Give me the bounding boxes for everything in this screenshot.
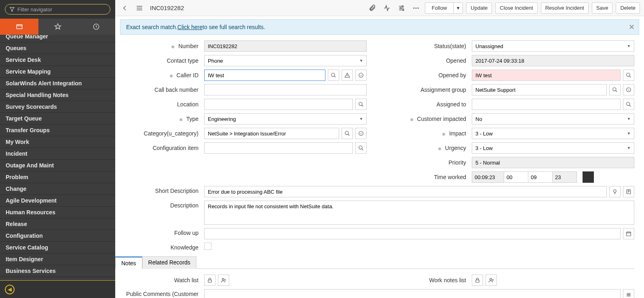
location-input[interactable] bbox=[204, 99, 353, 110]
nav-item-target-queue[interactable]: Target Queue bbox=[0, 113, 115, 125]
assignment-group-lookup[interactable] bbox=[609, 84, 621, 95]
nav-item-service-desk[interactable]: Service Desk bbox=[0, 54, 115, 66]
category-input[interactable] bbox=[204, 128, 339, 139]
info-icon bbox=[626, 87, 631, 93]
assignment-group-input[interactable] bbox=[472, 84, 607, 95]
activity-stream-button[interactable] bbox=[381, 2, 393, 14]
nav-item-service-catalog[interactable]: Service Catalog bbox=[0, 242, 115, 254]
nav-list[interactable]: Queue ManagerQueuesService DeskService M… bbox=[0, 35, 115, 280]
status-select[interactable]: Unassigned bbox=[472, 40, 634, 52]
nav-item-agile-development[interactable]: Agile Development bbox=[0, 195, 115, 207]
sidebar-tab-apps[interactable] bbox=[0, 19, 38, 35]
filter-input[interactable] bbox=[17, 6, 106, 13]
caller-id-input[interactable] bbox=[204, 70, 325, 81]
time-worked-label: Time worked bbox=[383, 174, 472, 180]
location-lookup[interactable] bbox=[355, 99, 367, 110]
category-lookup[interactable] bbox=[342, 128, 353, 139]
nav-item-configuration[interactable]: Configuration bbox=[0, 230, 115, 242]
sidebar-footer: ◀ bbox=[0, 280, 115, 298]
nav-item-transfer-groups[interactable]: Transfer Groups bbox=[0, 125, 115, 136]
info-banner: Exact search match. Click here to see fu… bbox=[120, 19, 639, 35]
nav-item-human-resources[interactable]: Human Resources bbox=[0, 207, 115, 218]
short-desc-suggest[interactable] bbox=[609, 186, 621, 197]
customer-impacted-select[interactable]: No bbox=[472, 113, 634, 125]
update-button[interactable]: Update bbox=[466, 2, 492, 14]
knowledge-checkbox[interactable] bbox=[204, 243, 211, 250]
call-back-input[interactable] bbox=[204, 84, 367, 95]
contact-type-select[interactable]: Phone bbox=[204, 55, 367, 66]
filter-navigator[interactable] bbox=[5, 4, 110, 15]
opened-by-input[interactable] bbox=[472, 70, 621, 81]
caller-id-info[interactable] bbox=[355, 70, 367, 81]
work-notes-add-me[interactable] bbox=[486, 275, 497, 286]
nav-item-outage-and-maint[interactable]: Outage And Maint bbox=[0, 160, 115, 171]
public-comments-expand[interactable] bbox=[623, 289, 634, 298]
banner-close-icon[interactable]: ✕ bbox=[629, 23, 635, 32]
more-button[interactable] bbox=[410, 2, 422, 14]
tab-notes[interactable]: Notes bbox=[115, 256, 142, 269]
follow-dropdown[interactable]: ▾ bbox=[453, 2, 463, 14]
chevron-left-icon bbox=[122, 5, 128, 11]
back-button[interactable] bbox=[119, 2, 131, 14]
sidebar-tab-favorites[interactable] bbox=[38, 19, 77, 35]
time-worked-minutes[interactable] bbox=[528, 171, 553, 183]
short-desc-kb[interactable] bbox=[623, 186, 634, 197]
nav-item-knowledge-base[interactable]: Knowledge Base bbox=[0, 277, 115, 280]
nav-item-item-designer[interactable]: Item Designer bbox=[0, 254, 115, 265]
nav-item-service-mapping[interactable]: Service Mapping bbox=[0, 66, 115, 78]
svg-point-15 bbox=[613, 88, 616, 91]
follow-button[interactable]: Follow bbox=[425, 2, 454, 14]
type-select[interactable]: Engineering bbox=[204, 113, 367, 125]
config-item-input[interactable] bbox=[204, 142, 353, 154]
assigned-to-lookup[interactable] bbox=[623, 99, 634, 110]
sidebar-tab-history[interactable] bbox=[77, 19, 115, 35]
banner-link[interactable]: Click here bbox=[177, 24, 203, 30]
assignment-group-info[interactable] bbox=[623, 84, 634, 95]
nav-item-special-handling-notes[interactable]: Special Handling Notes bbox=[0, 89, 115, 101]
follow-up-calendar[interactable] bbox=[623, 228, 634, 239]
save-button[interactable]: Save bbox=[592, 2, 613, 14]
impact-select[interactable]: 3 - Low bbox=[472, 128, 634, 139]
nav-item-change[interactable]: Change bbox=[0, 183, 115, 195]
nav-item-problem[interactable]: Problem bbox=[0, 171, 115, 183]
category-info[interactable] bbox=[355, 128, 367, 139]
svg-point-7 bbox=[418, 7, 419, 8]
urgency-select[interactable]: 3 - Low bbox=[472, 142, 634, 154]
follow-up-input[interactable] bbox=[204, 228, 621, 239]
nav-item-queues[interactable]: Queues bbox=[0, 42, 115, 54]
opened-by-lookup[interactable] bbox=[623, 70, 634, 81]
assignment-group-label: Assignment group bbox=[383, 87, 472, 93]
tab-related-records[interactable]: Related Records bbox=[142, 256, 196, 269]
config-item-lookup[interactable] bbox=[355, 142, 367, 154]
nav-item-my-work[interactable]: My Work bbox=[0, 136, 115, 148]
nav-item-business-services[interactable]: Business Services bbox=[0, 265, 115, 277]
work-notes-lock[interactable] bbox=[472, 275, 483, 286]
public-comments-input[interactable] bbox=[204, 289, 621, 298]
time-worked-toggle[interactable] bbox=[583, 171, 594, 183]
nav-item-queue-manager[interactable]: Queue Manager bbox=[0, 35, 115, 42]
description-input[interactable]: Records in input file not consistent wit… bbox=[204, 201, 634, 225]
watch-list-add-me[interactable] bbox=[218, 275, 229, 286]
nav-item-survey-scorecards[interactable]: Survey Scorecards bbox=[0, 101, 115, 113]
caller-id-lookup[interactable] bbox=[328, 70, 339, 81]
close-incident-button[interactable]: Close Incident bbox=[495, 2, 537, 14]
attachment-button[interactable] bbox=[367, 2, 378, 14]
nav-item-incident[interactable]: Incident bbox=[0, 148, 115, 160]
time-worked-hours[interactable] bbox=[504, 171, 528, 183]
nav-item-solarwinds-alert-integration[interactable]: SolarWinds Alert Integration bbox=[0, 78, 115, 89]
svg-point-5 bbox=[413, 7, 414, 8]
watch-list-lock[interactable] bbox=[204, 275, 215, 286]
calendar-icon bbox=[626, 231, 631, 237]
collapse-sidebar-button[interactable]: ◀ bbox=[5, 285, 15, 294]
filter-icon bbox=[9, 6, 15, 12]
resolve-incident-button[interactable]: Resolve Incident bbox=[541, 2, 589, 14]
caller-id-warning[interactable] bbox=[342, 70, 353, 81]
delete-button[interactable]: Delete bbox=[616, 2, 640, 14]
nav-item-release[interactable]: Release bbox=[0, 218, 115, 230]
assigned-to-input[interactable] bbox=[472, 99, 621, 110]
short-desc-input[interactable] bbox=[204, 186, 607, 197]
form-menu-button[interactable] bbox=[134, 2, 145, 14]
record-title: INC0192282 bbox=[150, 4, 184, 11]
status-label: Status(state) bbox=[383, 43, 472, 49]
personalize-button[interactable] bbox=[396, 2, 407, 14]
